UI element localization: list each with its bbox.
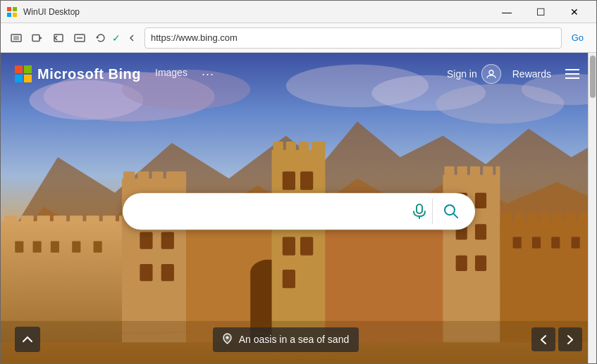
more-nav-icon[interactable]: ··· xyxy=(202,67,214,82)
svg-rect-113 xyxy=(553,213,562,222)
svg-line-125 xyxy=(453,213,457,218)
svg-rect-36 xyxy=(33,241,42,253)
search-container xyxy=(123,193,475,230)
svg-rect-110 xyxy=(515,213,524,222)
svg-rect-74 xyxy=(299,142,309,152)
svg-rect-81 xyxy=(283,237,295,255)
svg-rect-27 xyxy=(4,215,17,224)
bing-navbar: Microsoft Bing Images ··· Sign in Reward xyxy=(1,53,596,95)
search-button[interactable] xyxy=(438,199,464,224)
svg-rect-30 xyxy=(54,215,66,224)
search-input[interactable] xyxy=(134,205,402,218)
svg-rect-75 xyxy=(312,142,321,152)
window-controls: — ☐ ✕ xyxy=(491,1,591,23)
svg-rect-106 xyxy=(456,256,467,271)
svg-rect-73 xyxy=(286,142,296,152)
ms-blue-square xyxy=(15,75,23,82)
svg-rect-103 xyxy=(475,193,486,208)
svg-rect-71 xyxy=(272,150,326,342)
minimize-button[interactable]: — xyxy=(491,1,523,23)
svg-rect-48 xyxy=(140,232,152,249)
svg-rect-5 xyxy=(13,36,19,40)
svg-rect-78 xyxy=(300,171,313,189)
nav-toolbar: ✓ xyxy=(6,28,142,48)
forward-icon-btn[interactable] xyxy=(70,28,90,48)
svg-point-126 xyxy=(226,336,228,339)
svg-rect-49 xyxy=(161,232,174,249)
caption-next-button[interactable] xyxy=(558,327,582,351)
app-window: WinUI Desktop — ☐ ✕ xyxy=(0,0,597,364)
svg-rect-114 xyxy=(565,213,575,222)
svg-rect-31 xyxy=(70,215,82,224)
ms-green-square xyxy=(24,65,32,73)
svg-rect-112 xyxy=(540,213,550,222)
maximize-button[interactable]: ☐ xyxy=(524,1,557,23)
svg-rect-32 xyxy=(86,215,99,224)
svg-rect-111 xyxy=(527,213,537,222)
refresh-icon-btn[interactable] xyxy=(91,28,111,48)
security-check-icon: ✓ xyxy=(112,32,121,44)
caption-navigation xyxy=(531,327,582,351)
ms-yellow-square xyxy=(24,75,32,82)
hamburger-line-3 xyxy=(565,77,579,79)
svg-rect-83 xyxy=(283,270,295,288)
window-title: WinUI Desktop xyxy=(23,7,485,17)
svg-rect-29 xyxy=(37,215,50,224)
image-caption-bar: An oasis in a sea of sand xyxy=(213,327,359,352)
svg-rect-122 xyxy=(417,204,422,213)
svg-rect-107 xyxy=(475,256,486,271)
video-icon-btn[interactable] xyxy=(27,28,47,48)
svg-rect-3 xyxy=(13,13,17,17)
caption-text: An oasis in a sea of sand xyxy=(239,334,349,345)
navbar-right: Sign in Rewards xyxy=(447,64,582,84)
screenshot-icon-btn[interactable] xyxy=(6,28,26,48)
navbar-links: Images ··· xyxy=(155,67,214,82)
svg-rect-76 xyxy=(321,142,325,152)
mic-button[interactable] xyxy=(407,199,433,224)
svg-rect-77 xyxy=(283,171,295,189)
scroll-up-button[interactable] xyxy=(15,327,40,352)
url-box[interactable]: https://www.bing.com xyxy=(144,27,562,49)
go-button[interactable]: Go xyxy=(565,27,591,49)
search-box xyxy=(123,193,475,230)
brand-name: Microsoft Bing xyxy=(37,66,141,82)
svg-rect-45 xyxy=(175,171,186,181)
svg-rect-33 xyxy=(103,215,116,224)
collapse-icon-btn[interactable] xyxy=(122,28,142,48)
svg-rect-119 xyxy=(572,237,580,248)
svg-rect-41 xyxy=(123,171,135,181)
hamburger-line-2 xyxy=(565,73,579,75)
svg-rect-118 xyxy=(551,237,560,248)
svg-rect-39 xyxy=(94,241,102,253)
svg-rect-43 xyxy=(152,171,164,181)
bing-logo[interactable]: Microsoft Bing xyxy=(15,65,141,82)
address-bar: ✓ https://www.bing.com Go xyxy=(1,23,596,53)
svg-marker-7 xyxy=(39,37,42,39)
microsoft-grid-icon xyxy=(15,65,32,82)
svg-rect-51 xyxy=(161,264,174,281)
svg-rect-105 xyxy=(475,224,486,239)
signin-label: Sign in xyxy=(447,68,477,80)
close-button[interactable]: ✕ xyxy=(558,1,591,23)
svg-rect-42 xyxy=(137,171,149,181)
svg-rect-6 xyxy=(32,34,39,41)
svg-rect-116 xyxy=(513,237,522,248)
svg-rect-97 xyxy=(444,166,454,177)
images-link[interactable]: Images xyxy=(155,67,187,82)
svg-rect-72 xyxy=(273,142,283,152)
svg-rect-115 xyxy=(579,213,589,222)
caption-prev-button[interactable] xyxy=(531,327,555,351)
url-text: https://www.bing.com xyxy=(151,32,238,43)
hamburger-menu-button[interactable] xyxy=(562,66,582,82)
svg-rect-37 xyxy=(51,241,59,253)
svg-rect-100 xyxy=(483,166,493,177)
svg-rect-0 xyxy=(7,7,11,11)
svg-rect-2 xyxy=(7,13,11,17)
back-icon-btn[interactable] xyxy=(49,28,68,48)
rewards-link[interactable]: Rewards xyxy=(512,68,551,80)
signin-button[interactable]: Sign in xyxy=(447,64,501,84)
svg-rect-99 xyxy=(470,166,480,177)
svg-rect-109 xyxy=(501,213,511,222)
svg-rect-35 xyxy=(15,241,23,253)
svg-rect-101 xyxy=(496,166,500,177)
